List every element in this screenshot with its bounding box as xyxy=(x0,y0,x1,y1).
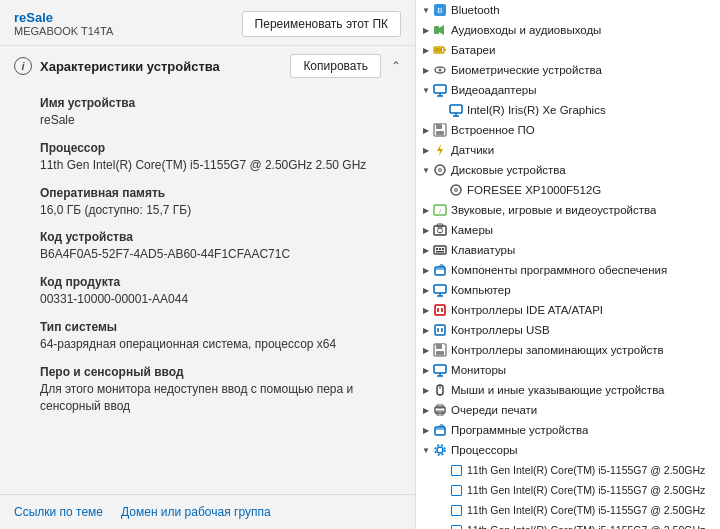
tree-label-25: 11th Gen Intel(R) Core(TM) i5-1155G7 @ 2… xyxy=(467,504,705,516)
tree-label-22: Процессоры xyxy=(451,444,518,456)
tree-icon-12 xyxy=(432,242,448,258)
tree-arrow-16: ▶ xyxy=(420,326,432,335)
tree-arrow-7: ▶ xyxy=(420,146,432,155)
info-value-5: 64-разрядная операционная система, проце… xyxy=(40,336,401,353)
tree-item-5[interactable]: Intel(R) Iris(R) Xe Graphics xyxy=(416,100,720,120)
tree-label-16: Контроллеры USB xyxy=(451,324,550,336)
tree-label-11: Камеры xyxy=(451,224,493,236)
tree-item-22[interactable]: ▼Процессоры xyxy=(416,440,720,460)
tree-icon-15 xyxy=(432,302,448,318)
tree-label-6: Встроенное ПО xyxy=(451,124,535,136)
tree-icon-26 xyxy=(448,522,464,529)
tree-item-2[interactable]: ▶Батареи xyxy=(416,40,720,60)
info-row-6: Перо и сенсорный вводДля этого монитора … xyxy=(40,365,401,415)
tree-item-7[interactable]: ▶Датчики xyxy=(416,140,720,160)
tree-item-15[interactable]: ▶Контроллеры IDE ATA/ATAPI xyxy=(416,300,720,320)
tree-item-12[interactable]: ▶Клавиатуры xyxy=(416,240,720,260)
tree-icon-5 xyxy=(448,102,464,118)
svg-rect-35 xyxy=(434,285,446,293)
tree-label-20: Очереди печати xyxy=(451,404,537,416)
device-info: Имя устройстваreSaleПроцессор11th Gen In… xyxy=(0,86,415,494)
tree-icon-24 xyxy=(448,482,464,498)
tree-item-10[interactable]: ▶♪Звуковые, игровые и видеоустройства xyxy=(416,200,720,220)
tree-arrow-2: ▶ xyxy=(420,46,432,55)
tree-item-13[interactable]: ▶Компоненты программного обеспечения xyxy=(416,260,720,280)
left-panel: reSale MEGABOOK T14TA Переименовать этот… xyxy=(0,0,415,529)
info-row-5: Тип системы64-разрядная операционная сис… xyxy=(40,320,401,353)
chip-icon-24 xyxy=(451,485,462,496)
tree-icon-3 xyxy=(432,62,448,78)
tree-item-16[interactable]: ▶Контроллеры USB xyxy=(416,320,720,340)
chip-icon-23 xyxy=(451,465,462,476)
tree-item-21[interactable]: ▶Программные устройства xyxy=(416,420,720,440)
tree-icon-13 xyxy=(432,262,448,278)
svg-rect-18 xyxy=(436,131,444,135)
tree-icon-4 xyxy=(432,82,448,98)
tree-item-23[interactable]: 11th Gen Intel(R) Core(TM) i5-1155G7 @ 2… xyxy=(416,460,720,480)
tree-item-24[interactable]: 11th Gen Intel(R) Core(TM) i5-1155G7 @ 2… xyxy=(416,480,720,500)
info-row-4: Код продукта00331-10000-00001-AA044 xyxy=(40,275,401,308)
tree-icon-10: ♪ xyxy=(432,202,448,218)
tree-arrow-4: ▼ xyxy=(420,86,432,95)
rename-button[interactable]: Переименовать этот ПК xyxy=(242,11,401,37)
info-row-2: Оперативная память16,0 ГБ (доступно: 15,… xyxy=(40,186,401,219)
tree-item-9[interactable]: FORESEE XP1000F512G xyxy=(416,180,720,200)
tree-icon-18 xyxy=(432,362,448,378)
info-label-4: Код продукта xyxy=(40,275,401,289)
svg-point-57 xyxy=(437,447,443,453)
bottom-link-0[interactable]: Ссылки по теме xyxy=(14,505,103,519)
tree-item-6[interactable]: ▶Встроенное ПО xyxy=(416,120,720,140)
tree-item-20[interactable]: ▶Очереди печати xyxy=(416,400,720,420)
tree-arrow-19: ▶ xyxy=(420,386,432,395)
copy-button[interactable]: Копировать xyxy=(290,54,381,78)
tree-item-0[interactable]: ▼BBluetooth xyxy=(416,0,720,20)
info-label-5: Тип системы xyxy=(40,320,401,334)
tree-arrow-8: ▼ xyxy=(420,166,432,175)
tree-item-8[interactable]: ▼Дисковые устройства xyxy=(416,160,720,180)
info-value-6: Для этого монитора недоступен ввод с пом… xyxy=(40,381,401,415)
tree-item-26[interactable]: 11th Gen Intel(R) Core(TM) i5-1155G7 @ 2… xyxy=(416,520,720,529)
section-title: Характеристики устройства xyxy=(40,59,220,74)
tree-item-1[interactable]: ▶Аудиовходы и аудиовыходы xyxy=(416,20,720,40)
tree-icon-16 xyxy=(432,322,448,338)
svg-rect-45 xyxy=(436,344,442,349)
svg-point-27 xyxy=(438,228,443,233)
info-value-4: 00331-10000-00001-AA044 xyxy=(40,291,401,308)
info-icon: i xyxy=(14,57,32,75)
tree-item-3[interactable]: ▶Биометрические устройства xyxy=(416,60,720,80)
chevron-up-icon[interactable]: ⌃ xyxy=(391,59,401,73)
tree-label-8: Дисковые устройства xyxy=(451,164,566,176)
tree-arrow-1: ▶ xyxy=(420,26,432,35)
top-bar: reSale MEGABOOK T14TA Переименовать этот… xyxy=(0,0,415,45)
svg-rect-16 xyxy=(436,124,442,129)
tree-icon-20 xyxy=(432,402,448,418)
svg-rect-6 xyxy=(435,48,442,52)
svg-text:B: B xyxy=(437,6,442,15)
tree-icon-25 xyxy=(448,502,464,518)
svg-point-21 xyxy=(439,169,442,172)
tree-item-4[interactable]: ▼Видеоадаптеры xyxy=(416,80,720,100)
tree-arrow-11: ▶ xyxy=(420,226,432,235)
chip-icon-25 xyxy=(451,505,462,516)
tree-item-17[interactable]: ▶Контроллеры запоминающих устройств xyxy=(416,340,720,360)
tree-item-19[interactable]: ▶Мыши и иные указывающие устройства xyxy=(416,380,720,400)
section-header: i Характеристики устройства Копировать ⌃ xyxy=(0,45,415,86)
tree-item-11[interactable]: ▶Камеры xyxy=(416,220,720,240)
tree-icon-0: B xyxy=(432,2,448,18)
svg-rect-56 xyxy=(435,427,445,435)
tree-item-25[interactable]: 11th Gen Intel(R) Core(TM) i5-1155G7 @ 2… xyxy=(416,500,720,520)
app-subtitle: MEGABOOK T14TA xyxy=(14,25,113,37)
tree-icon-6 xyxy=(432,122,448,138)
info-row-3: Код устройстваB6A4F0A5-52F7-4AD5-AB60-44… xyxy=(40,230,401,263)
info-label-2: Оперативная память xyxy=(40,186,401,200)
tree-item-14[interactable]: ▶Компьютер xyxy=(416,280,720,300)
svg-rect-38 xyxy=(435,305,445,315)
tree-item-18[interactable]: ▶Мониторы xyxy=(416,360,720,380)
tree-label-3: Биометрические устройства xyxy=(451,64,602,76)
tree-label-1: Аудиовходы и аудиовыходы xyxy=(451,24,601,36)
tree-label-12: Клавиатуры xyxy=(451,244,515,256)
bottom-link-1[interactable]: Домен или рабочая группа xyxy=(121,505,271,519)
tree-arrow-6: ▶ xyxy=(420,126,432,135)
svg-rect-17 xyxy=(442,124,444,127)
svg-rect-33 xyxy=(436,251,444,253)
